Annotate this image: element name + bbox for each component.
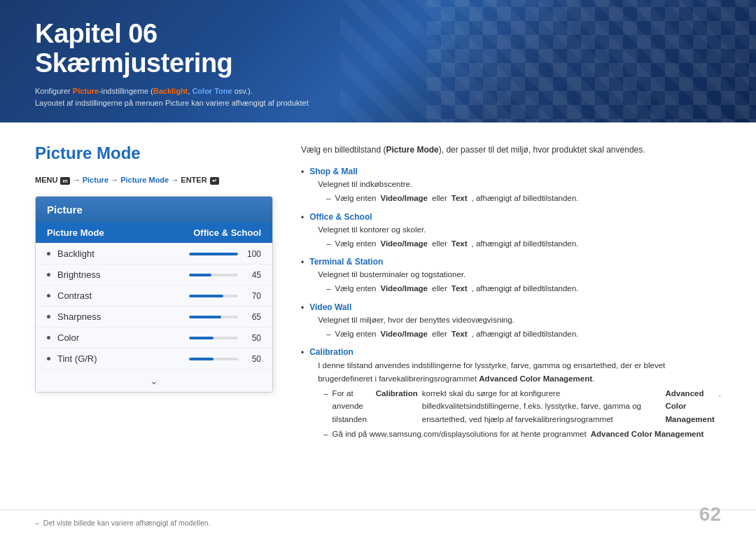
- row-bar-container-sharpness: 65: [189, 312, 261, 322]
- left-column: Picture Mode MENU m → Picture → Picture …: [35, 143, 273, 478]
- feature-title-shop-mall: Shop & Mall: [309, 167, 721, 176]
- feature-title-terminal-station: Terminal & Station: [309, 257, 721, 267]
- feature-video-wall: • Video Wall Velegnet til miljøer, hvor …: [301, 302, 721, 341]
- feature-shop-mall: • Shop & Mall Velegnet til indkøbscentre…: [301, 167, 721, 205]
- section-title: Picture Mode: [35, 143, 273, 163]
- bullet-dot-shop-mall: •: [301, 167, 304, 177]
- row-bar-tint: [189, 358, 238, 360]
- row-bar-sharpness: [189, 316, 238, 318]
- feature-desc-terminal-station: Velegnet til busterminaler og togstation…: [318, 269, 721, 281]
- header-content: Kapitel 06 Skærmjustering Konfigurer Pic…: [0, 0, 756, 122]
- panel-row-backlight[interactable]: Backlight 100: [36, 244, 272, 265]
- panel-row-tint[interactable]: Tint (G/R) 50: [36, 349, 272, 370]
- row-label-contrast: Contrast: [57, 290, 189, 301]
- row-bar-color: [189, 337, 238, 339]
- row-label-picture-mode: Picture Mode: [47, 227, 193, 238]
- feature-desc-office-school: Velegnet til kontorer og skoler.: [318, 224, 721, 236]
- row-dot-sharpness: [47, 315, 50, 318]
- calibration-sub2: Gå ind på www.samsung.com/displaysolutio…: [323, 428, 721, 440]
- row-label-backlight: Backlight: [57, 248, 189, 259]
- row-bar-contrast: [189, 295, 238, 297]
- panel-row-sharpness[interactable]: Sharpness 65: [36, 307, 272, 328]
- row-value-tint: 50: [244, 354, 261, 364]
- feature-desc-shop-mall: Velegnet til indkøbscentre.: [318, 178, 721, 190]
- intro-text: Vælg en billedtilstand (Picture Mode), d…: [301, 143, 721, 157]
- header-desc-line2: Layoutet af indstillingerne på menuen Pi…: [35, 99, 309, 107]
- feature-sub-video-wall: Vælg enten Video/Image eller Text, afhæn…: [326, 328, 721, 340]
- picture-panel: Picture Picture Mode Office & School Bac…: [35, 196, 273, 393]
- row-bar-fill-color: [189, 337, 214, 339]
- row-label-brightness: Brightness: [57, 269, 189, 280]
- row-value-backlight: 100: [244, 249, 261, 259]
- row-dot-color: [47, 336, 50, 339]
- bullet-dot-office-school: •: [301, 213, 304, 223]
- row-bar-container-brightness: 45: [189, 270, 261, 280]
- chapter-title: Skærmjustering: [35, 49, 721, 78]
- bullet-content-terminal-station: Terminal & Station Velegnet til bustermi…: [309, 257, 721, 295]
- footer: Det viste billede kan variere afhængigt …: [0, 510, 756, 534]
- row-bar-fill-brightness: [189, 274, 211, 276]
- bullet-content-calibration: Calibration I denne tilstand anvendes in…: [309, 347, 721, 442]
- panel-row-picture-mode[interactable]: Picture Mode Office & School: [36, 223, 272, 244]
- feature-sub-terminal-station: Vælg enten Video/Image eller Text, afhæn…: [326, 283, 721, 295]
- panel-row-contrast[interactable]: Contrast 70: [36, 286, 272, 307]
- chevron-down-icon: ⌄: [150, 375, 158, 386]
- row-label-sharpness: Sharpness: [57, 311, 189, 322]
- page-number: 62: [699, 503, 721, 526]
- row-bar-fill-backlight: [189, 253, 238, 255]
- row-bar-fill-sharpness: [189, 316, 221, 318]
- feature-desc-video-wall: Velegnet til miljøer, hvor der benyttes …: [318, 314, 721, 326]
- row-label-color: Color: [57, 332, 189, 343]
- row-value-brightness: 45: [244, 270, 261, 280]
- row-label-tint: Tint (G/R): [57, 353, 189, 364]
- bullet-shop-mall: • Shop & Mall Velegnet til indkøbscentre…: [301, 167, 721, 205]
- panel-footer: ⌄: [36, 370, 272, 392]
- bullet-dot-calibration: •: [301, 348, 304, 358]
- bullet-terminal-station: • Terminal & Station Velegnet til buster…: [301, 257, 721, 295]
- panel-row-color[interactable]: Color 50: [36, 328, 272, 349]
- calibration-sub1: For at anvende tilstanden Calibration ko…: [323, 387, 721, 426]
- row-bar-fill-contrast: [189, 295, 223, 297]
- feature-title-office-school: Office & School: [309, 212, 721, 222]
- bullet-office-school: • Office & School Velegnet til kontorer …: [301, 212, 721, 251]
- bullet-calibration: • Calibration I denne tilstand anvendes …: [301, 347, 721, 442]
- bullet-content-office-school: Office & School Velegnet til kontorer og…: [309, 212, 721, 251]
- feature-title-calibration: Calibration: [309, 347, 721, 357]
- header-desc: Konfigurer Picture-indstillingerne (Back…: [35, 85, 721, 110]
- panel-row-brightness[interactable]: Brightness 45: [36, 265, 272, 286]
- panel-header: Picture: [36, 197, 272, 223]
- bullet-content-video-wall: Video Wall Velegnet til miljøer, hvor de…: [309, 302, 721, 341]
- header-banner: Kapitel 06 Skærmjustering Konfigurer Pic…: [0, 0, 756, 122]
- row-dot-tint: [47, 357, 50, 360]
- menu-path: MENU m → Picture → Picture Mode → ENTER …: [35, 176, 273, 185]
- row-value-color: 50: [244, 333, 261, 343]
- bullet-video-wall: • Video Wall Velegnet til miljøer, hvor …: [301, 302, 721, 341]
- chapter-number: Kapitel 06: [35, 20, 721, 49]
- row-bar-container-backlight: 100: [189, 249, 261, 259]
- bullet-dot-terminal-station: •: [301, 258, 304, 267]
- row-bar-brightness: [189, 274, 238, 276]
- header-desc-line1: Konfigurer Picture-indstillingerne (Back…: [35, 87, 253, 95]
- row-dot-brightness: [47, 273, 50, 276]
- row-value-sharpness: 65: [244, 312, 261, 322]
- row-bar-container-tint: 50: [189, 354, 261, 364]
- row-value-contrast: 70: [244, 291, 261, 301]
- bullet-dot-video-wall: •: [301, 303, 304, 313]
- row-value-picture-mode: Office & School: [193, 227, 261, 238]
- row-dot-contrast: [47, 294, 50, 297]
- row-bar-fill-tint: [189, 358, 214, 360]
- calibration-desc: I denne tilstand anvendes indstillingern…: [318, 359, 721, 385]
- main-content: Picture Mode MENU m → Picture → Picture …: [0, 122, 756, 492]
- feature-terminal-station: • Terminal & Station Velegnet til buster…: [301, 257, 721, 295]
- row-dot-backlight: [47, 252, 50, 255]
- feature-sub-shop-mall: Vælg enten Video/Image eller Text, afhæn…: [326, 192, 721, 204]
- footer-note: Det viste billede kan variere afhængigt …: [35, 519, 211, 527]
- row-bar-container-color: 50: [189, 333, 261, 343]
- row-bar-backlight: [189, 253, 238, 255]
- feature-calibration: • Calibration I denne tilstand anvendes …: [301, 347, 721, 442]
- feature-title-video-wall: Video Wall: [309, 302, 721, 312]
- feature-sub-office-school: Vælg enten Video/Image eller Text, afhæn…: [326, 238, 721, 250]
- bullet-content-shop-mall: Shop & Mall Velegnet til indkøbscentre. …: [309, 167, 721, 205]
- row-bar-container-contrast: 70: [189, 291, 261, 301]
- feature-office-school: • Office & School Velegnet til kontorer …: [301, 212, 721, 251]
